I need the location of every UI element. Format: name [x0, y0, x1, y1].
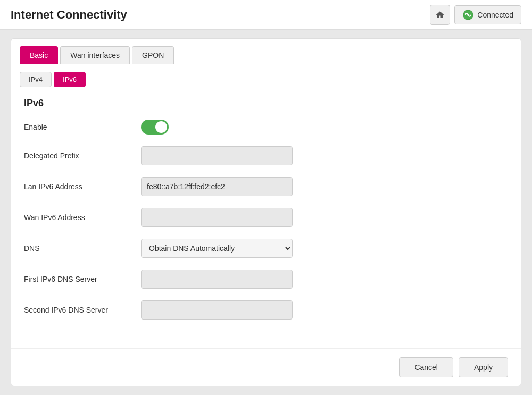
- first-dns-input[interactable]: [141, 270, 293, 289]
- home-button[interactable]: [430, 5, 450, 25]
- section-title: IPv6: [24, 98, 508, 109]
- second-dns-row: Second IPv6 DNS Server: [24, 300, 508, 320]
- card: Basic Wan interfaces GPON IPv4 IPv6 IPv6…: [11, 38, 521, 386]
- dns-row: DNS Obtain DNS Automatically Manual: [24, 239, 508, 258]
- footer: Cancel Apply: [11, 348, 521, 386]
- connected-icon: [462, 9, 474, 21]
- delegated-prefix-input[interactable]: [141, 146, 293, 165]
- subtab-ipv4[interactable]: IPv4: [20, 72, 52, 87]
- subtab-ipv6[interactable]: IPv6: [54, 72, 86, 87]
- enable-row: Enable: [24, 120, 508, 135]
- tab-wan-interfaces[interactable]: Wan interfaces: [60, 46, 130, 64]
- header: Internet Connectivity Connected: [0, 0, 532, 30]
- dns-label: DNS: [24, 244, 130, 253]
- dns-select[interactable]: Obtain DNS Automatically Manual: [141, 239, 293, 258]
- main-content: Basic Wan interfaces GPON IPv4 IPv6 IPv6…: [0, 30, 532, 395]
- enable-toggle-wrap: [141, 120, 169, 135]
- tab-gpon[interactable]: GPON: [132, 46, 174, 64]
- first-dns-row: First IPv6 DNS Server: [24, 270, 508, 289]
- enable-label: Enable: [24, 123, 130, 131]
- apply-button[interactable]: Apply: [459, 357, 508, 377]
- wan-ipv6-label: Wan IPv6 Address: [24, 213, 130, 222]
- connected-button[interactable]: Connected: [454, 5, 521, 24]
- toggle-slider: [141, 120, 169, 135]
- enable-toggle[interactable]: [141, 120, 169, 135]
- subtab-bar: IPv4 IPv6: [11, 64, 521, 87]
- lan-ipv6-input[interactable]: [141, 177, 293, 196]
- cancel-button[interactable]: Cancel: [399, 357, 453, 377]
- connected-label: Connected: [477, 11, 513, 19]
- second-dns-input[interactable]: [141, 300, 293, 320]
- delegated-prefix-label: Delegated Prefix: [24, 152, 130, 160]
- lan-ipv6-row: Lan IPv6 Address: [24, 177, 508, 196]
- tab-basic[interactable]: Basic: [20, 46, 58, 64]
- wan-ipv6-row: Wan IPv6 Address: [24, 208, 508, 227]
- first-dns-label: First IPv6 DNS Server: [24, 275, 130, 283]
- wan-ipv6-input[interactable]: [141, 208, 293, 227]
- form-content: IPv6 Enable Delegated Prefix Lan IPv6 Ad…: [11, 87, 521, 348]
- svg-point-1: [467, 14, 469, 16]
- tab-bar: Basic Wan interfaces GPON: [11, 39, 521, 64]
- second-dns-label: Second IPv6 DNS Server: [24, 306, 130, 314]
- delegated-prefix-row: Delegated Prefix: [24, 146, 508, 165]
- header-actions: Connected: [430, 5, 521, 25]
- page-title: Internet Connectivity: [11, 8, 127, 22]
- lan-ipv6-label: Lan IPv6 Address: [24, 182, 130, 191]
- home-icon: [435, 10, 445, 20]
